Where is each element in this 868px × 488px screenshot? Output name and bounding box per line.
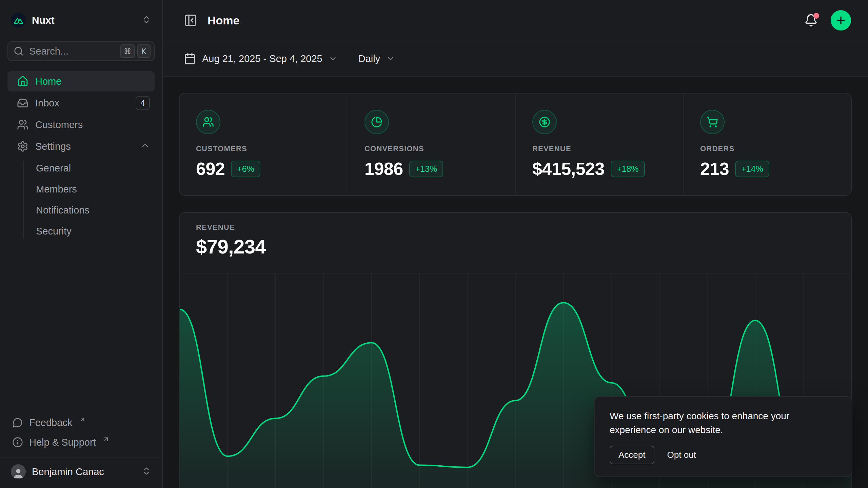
stat-card-revenue: REVENUE $415,523 +18% [515, 94, 683, 195]
search-placeholder: Search... [29, 46, 115, 57]
user-name: Benjamin Canac [32, 466, 136, 477]
stat-label: ORDERS [700, 144, 835, 153]
sidebar-footer: Feedback Help & Support Benjamin Canac [7, 413, 155, 488]
stat-label: CUSTOMERS [196, 144, 331, 153]
filters-toolbar: Aug 21, 2025 - Sep 4, 2025 Daily [163, 41, 868, 77]
sidebar-subitem-security[interactable]: Security [7, 221, 155, 241]
stat-delta-badge: +13% [409, 161, 443, 177]
stat-value: 692 [196, 159, 225, 179]
period-value: Daily [358, 53, 380, 64]
stat-value: 1986 [364, 159, 403, 179]
sidebar-collapse-button[interactable] [184, 14, 197, 27]
sidebar-item-label: Customers [35, 119, 83, 130]
sidebar-subitem-members[interactable]: Members [7, 179, 155, 199]
stat-card-customers: CUSTOMERS 692 +6% [180, 94, 348, 195]
revenue-chart-label: REVENUE [196, 223, 835, 232]
sidebar-item-label: Home [35, 76, 61, 87]
period-select[interactable]: Daily [358, 53, 395, 64]
opt-out-button[interactable]: Opt out [667, 450, 696, 460]
app-root: Nuxt Search... ⌘ K Home Inbox 4 [0, 0, 868, 488]
stat-delta-badge: +6% [231, 161, 260, 177]
sidebar-item-customers[interactable]: Customers [7, 115, 155, 135]
shopping-cart-icon [707, 116, 718, 128]
search-shortcut: ⌘ K [120, 44, 151, 58]
cookie-message: We use first-party cookies to enhance yo… [610, 409, 827, 437]
users-icon [17, 119, 28, 130]
settings-submenu: General Members Notifications Security [7, 158, 155, 241]
calendar-icon [184, 53, 196, 65]
workspace-name: Nuxt [32, 15, 136, 26]
sidebar-item-help-support[interactable]: Help & Support [7, 432, 155, 452]
subitem-label: Notifications [36, 205, 90, 216]
sidebar-item-feedback[interactable]: Feedback [7, 413, 155, 432]
search-input[interactable]: Search... ⌘ K [7, 41, 155, 61]
subitem-label: Members [36, 184, 77, 195]
stat-label: CONVERSIONS [364, 144, 499, 153]
header-actions [804, 10, 851, 30]
notifications-button[interactable] [804, 14, 818, 27]
date-range-value: Aug 21, 2025 - Sep 4, 2025 [202, 53, 322, 64]
inbox-icon [17, 97, 28, 109]
stat-delta-badge: +18% [611, 161, 645, 177]
kbd-meta: ⌘ [120, 44, 135, 58]
chevrons-up-down-icon [142, 15, 151, 26]
workspace-switcher[interactable]: Nuxt [7, 10, 155, 30]
accept-button[interactable]: Accept [610, 446, 654, 464]
cookie-actions: Accept Opt out [610, 446, 837, 464]
stat-delta-badge: +14% [735, 161, 769, 177]
message-circle-icon [12, 417, 23, 428]
panel-left-close-icon [184, 14, 197, 27]
arrow-up-right-icon [101, 436, 112, 443]
chart-pie-icon [371, 116, 382, 128]
sidebar-nav: Home Inbox 4 Customers Settings General [7, 71, 155, 243]
sidebar-item-label: Inbox [35, 98, 59, 109]
kbd-key: K [137, 44, 151, 58]
revenue-chart-total: $79,234 [196, 235, 835, 258]
footer-item-label: Feedback [29, 417, 72, 428]
circle-dollar-badge [532, 110, 557, 134]
chart-pie-badge [364, 110, 389, 134]
sidebar-item-settings[interactable]: Settings [7, 136, 155, 157]
page-title: Home [208, 14, 239, 27]
gear-icon [17, 141, 28, 152]
cookie-banner: We use first-party cookies to enhance yo… [594, 396, 852, 477]
add-button[interactable] [831, 10, 851, 30]
sidebar-item-inbox[interactable]: Inbox 4 [7, 93, 155, 113]
users-badge [196, 110, 220, 134]
chevron-down-icon [329, 54, 337, 63]
date-range-picker[interactable]: Aug 21, 2025 - Sep 4, 2025 [184, 53, 337, 65]
arrow-up-right-icon [77, 416, 88, 423]
sidebar-subitem-notifications[interactable]: Notifications [7, 200, 155, 220]
sidebar-item-home[interactable]: Home [7, 71, 155, 92]
sidebar: Nuxt Search... ⌘ K Home Inbox 4 [0, 0, 163, 488]
page-header: Home [163, 0, 868, 41]
sidebar-subitem-general[interactable]: General [7, 158, 155, 178]
info-circle-icon [12, 437, 23, 448]
house-icon [17, 76, 28, 87]
chevron-down-icon [386, 54, 395, 63]
shopping-cart-badge [700, 110, 725, 134]
subitem-label: Security [36, 226, 72, 237]
nuxt-logo-icon [11, 13, 26, 28]
avatar [11, 464, 26, 479]
chevron-up-icon [140, 141, 150, 152]
plus-icon [835, 15, 847, 26]
stat-card-conversions: CONVERSIONS 1986 +13% [348, 94, 515, 195]
stat-value: 213 [700, 159, 729, 179]
stat-label: REVENUE [532, 144, 667, 153]
footer-item-label: Help & Support [29, 437, 96, 448]
subitem-label: General [36, 163, 71, 174]
circle-dollar-icon [539, 116, 550, 128]
stats-cards: CUSTOMERS 692 +6% CONVERSIONS 1986 +13% [179, 93, 852, 196]
inbox-count-badge: 4 [136, 96, 150, 110]
notification-dot [813, 13, 819, 19]
users-icon [202, 116, 214, 128]
chevrons-up-down-icon [142, 466, 151, 477]
search-icon [14, 46, 24, 56]
stat-card-orders: ORDERS 213 +14% [683, 94, 851, 195]
sidebar-item-label: Settings [35, 141, 71, 152]
user-menu[interactable]: Benjamin Canac [7, 458, 155, 486]
stat-value: $415,523 [532, 159, 605, 179]
